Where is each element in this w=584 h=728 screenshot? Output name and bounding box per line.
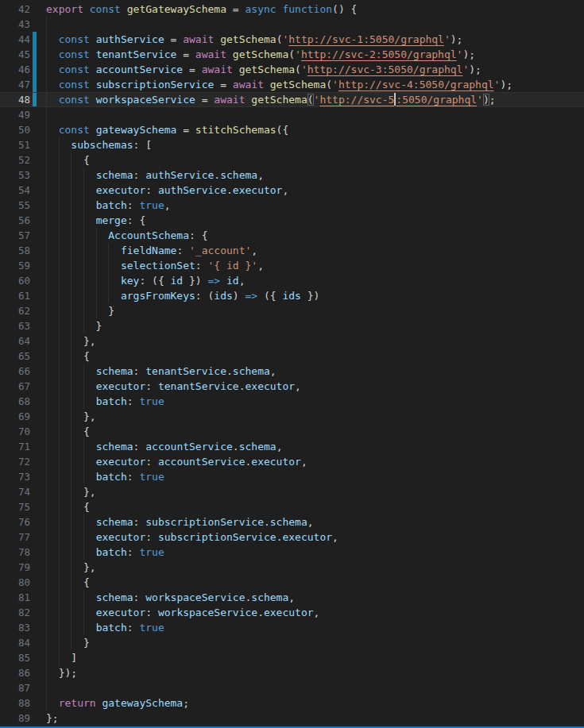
line-number[interactable]: 61 [0,288,30,303]
code-line[interactable]: 57 AccountSchema: { [0,228,584,243]
line-number[interactable]: 53 [0,168,30,183]
code-line[interactable]: 75 { [0,499,584,514]
code-line[interactable]: 76 schema: subscriptionService.schema, [0,514,584,530]
code-line[interactable]: 53 schema: authService.schema, [0,168,584,183]
code-line[interactable]: 66 schema: tenantService.schema, [0,364,584,379]
line-number[interactable]: 73 [0,469,30,484]
code-line[interactable]: 51 subschemas: [ [0,137,584,152]
code-line[interactable]: 70 { [0,424,584,439]
line-number[interactable]: 57 [0,228,30,243]
code-line[interactable]: 68 batch: true [0,394,584,409]
line-number[interactable]: 67 [0,379,30,394]
code-line[interactable]: 74 }, [0,484,584,499]
line-number[interactable]: 75 [0,499,30,514]
code-line[interactable]: 48 const workspaceService = await getSch… [0,92,584,107]
code-line[interactable]: 60 key: ({ id }) => id, [0,273,584,288]
line-number[interactable]: 85 [0,650,30,665]
line-number[interactable]: 79 [0,560,30,575]
code-line[interactable]: 50 const gatewaySchema = stitchSchemas({ [0,122,584,137]
line-number[interactable]: 66 [0,364,30,379]
line-number[interactable]: 64 [0,333,30,349]
code-line[interactable]: 65 { [0,349,584,364]
code-line[interactable]: 52 { [0,152,584,168]
line-number[interactable]: 80 [0,575,30,590]
line-number[interactable]: 46 [0,62,30,77]
line-number[interactable]: 49 [0,107,30,122]
line-number[interactable]: 65 [0,349,30,364]
line-number[interactable]: 69 [0,409,30,424]
line-number[interactable]: 43 [0,17,30,32]
line-number[interactable]: 72 [0,454,30,469]
line-number[interactable]: 74 [0,484,30,499]
line-number[interactable]: 86 [0,665,30,680]
code-token [46,64,59,75]
code-line[interactable]: 80 { [0,575,584,590]
code-line[interactable]: 43 [0,17,584,32]
line-number[interactable]: 89 [0,711,30,726]
code-line[interactable]: 82 executor: workspaceService.executor, [0,605,584,620]
code-line[interactable]: 55 batch: true, [0,198,584,213]
code-line[interactable]: 72 executor: accountService.executor, [0,454,584,469]
code-line[interactable]: 79 }, [0,560,584,575]
code-line[interactable]: 77 executor: subscriptionService.executo… [0,530,584,545]
code-line[interactable]: 47 const subscriptionService = await get… [0,77,584,92]
line-number[interactable]: 54 [0,183,30,198]
code-line[interactable]: 86 }); [0,665,584,680]
line-number[interactable]: 50 [0,122,30,137]
line-number[interactable]: 47 [0,77,30,92]
line-number[interactable]: 51 [0,137,30,152]
code-line[interactable]: 89}; [0,711,584,726]
line-number[interactable]: 87 [0,680,30,695]
code-line[interactable]: 84 } [0,635,584,650]
line-number[interactable]: 84 [0,635,30,650]
line-number[interactable]: 45 [0,47,30,62]
line-number[interactable]: 68 [0,394,30,409]
code-line[interactable]: 42export const getGatewaySchema = async … [0,2,584,17]
line-number[interactable]: 59 [0,258,30,273]
code-line[interactable]: 49 [0,107,584,122]
line-number[interactable]: 81 [0,590,30,605]
line-number[interactable]: 70 [0,424,30,439]
code-line[interactable]: 71 schema: accountService.schema, [0,439,584,454]
line-number[interactable]: 83 [0,620,30,635]
code-line[interactable]: 64 }, [0,333,584,349]
code-line[interactable]: 88 return gatewaySchema; [0,695,584,711]
line-number[interactable]: 78 [0,545,30,560]
code-line[interactable]: 87 [0,680,584,695]
line-number[interactable]: 60 [0,273,30,288]
code-line[interactable]: 62 } [0,303,584,318]
code-line[interactable]: 59 selectionSet: '{ id }', [0,258,584,273]
indent-guide [71,152,72,168]
line-number[interactable]: 55 [0,198,30,213]
code-editor[interactable]: 42export const getGatewaySchema = async … [0,0,584,726]
line-number[interactable]: 88 [0,695,30,711]
line-number[interactable]: 71 [0,439,30,454]
line-number[interactable]: 44 [0,32,30,47]
line-number[interactable]: 52 [0,152,30,168]
line-number[interactable]: 82 [0,605,30,620]
code-line[interactable]: 56 merge: { [0,213,584,228]
code-line[interactable]: 63 } [0,318,584,333]
line-number[interactable]: 58 [0,243,30,258]
indent-guide [59,152,60,168]
line-number[interactable]: 48 [0,92,30,107]
code-line[interactable]: 45 const tenantService = await getSchema… [0,47,584,62]
code-line[interactable]: 81 schema: workspaceService.schema, [0,590,584,605]
code-line[interactable]: 54 executor: authService.executor, [0,183,584,198]
line-number[interactable]: 63 [0,318,30,333]
line-number[interactable]: 76 [0,514,30,530]
code-line[interactable]: 83 batch: true [0,620,584,635]
code-line[interactable]: 73 batch: true [0,469,584,484]
line-number[interactable]: 62 [0,303,30,318]
line-number[interactable]: 56 [0,213,30,228]
code-line[interactable]: 78 batch: true [0,545,584,560]
line-number[interactable]: 42 [0,2,30,17]
code-line[interactable]: 58 fieldName: '_account', [0,243,584,258]
code-line[interactable]: 46 const accountService = await getSchem… [0,62,584,77]
code-line[interactable]: 44 const authService = await getSchema('… [0,32,584,47]
line-number[interactable]: 77 [0,530,30,545]
code-line[interactable]: 61 argsFromKeys: (ids) => ({ ids }) [0,288,584,303]
code-line[interactable]: 67 executor: tenantService.executor, [0,379,584,394]
code-line[interactable]: 69 }, [0,409,584,424]
code-line[interactable]: 85 ] [0,650,584,665]
